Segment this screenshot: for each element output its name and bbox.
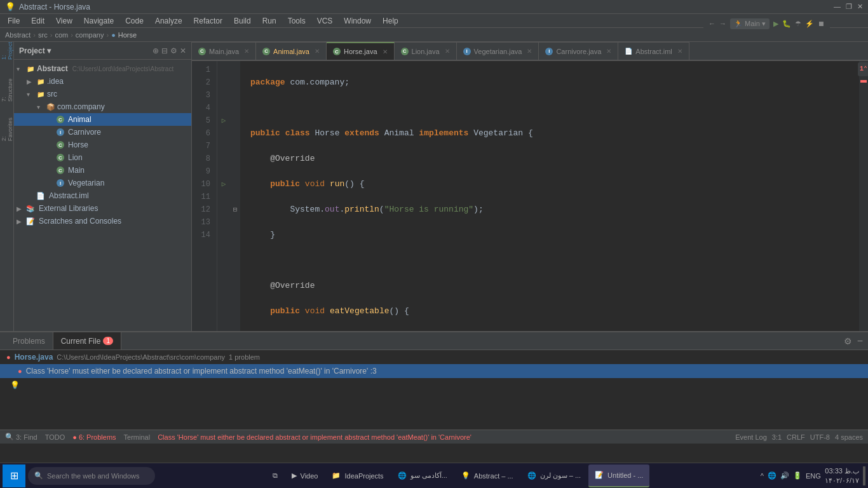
problem-bulb-row[interactable]: 💡 (0, 378, 868, 392)
tab-animal-java[interactable]: C Animal.java ✕ (256, 42, 327, 60)
taskbar-center: ⧉ ▶ Video 📁 IdeaProjects 🌐 آکادمی سو... … (266, 464, 650, 487)
taskbar-task-view[interactable]: ⧉ (266, 464, 284, 487)
breadcrumb-src[interactable]: src (38, 31, 48, 39)
taskbar-akademi[interactable]: 🌐 آکادمی سو... (391, 464, 454, 487)
indent[interactable]: 4 spaces (835, 433, 863, 441)
taskbar: ⊞ 🔍 Search the web and Windows ⧉ ▶ Video… (0, 463, 868, 488)
tab-carnivore-java[interactable]: I Carnivore.java ✕ (539, 42, 618, 60)
cursor-position[interactable]: 3:1 (772, 433, 782, 441)
menu-item-refactor[interactable]: Refactor (189, 15, 227, 27)
start-button[interactable]: ⊞ (3, 464, 25, 487)
tab-close-vegetarian[interactable]: ✕ (527, 48, 532, 55)
menu-item-tools[interactable]: Tools (283, 15, 311, 27)
project-locate-icon[interactable]: ⊕ (153, 46, 159, 55)
menu-item-build[interactable]: Build (229, 15, 256, 27)
tab-close-lion[interactable]: ✕ (445, 48, 450, 55)
lang-indicator[interactable]: ENG (806, 472, 821, 480)
menu-item-file[interactable]: File (3, 15, 25, 27)
menu-item-view[interactable]: View (51, 15, 78, 27)
tree-label-horse: Horse (68, 140, 88, 149)
tab-close-main[interactable]: ✕ (244, 48, 249, 55)
project-settings-icon[interactable]: ⚙ (170, 46, 177, 55)
show-desktop[interactable] (863, 466, 865, 485)
code-content[interactable]: package com.company; public class Horse … (240, 61, 859, 331)
tree-arrow-iml (27, 193, 34, 200)
maximize-button[interactable]: ❐ (846, 3, 852, 11)
tree-item-com-company[interactable]: ▾ 📦 com.company (14, 100, 191, 113)
tab-close-animal[interactable]: ✕ (315, 48, 320, 55)
todo-button[interactable]: TODO (45, 433, 65, 441)
taskbar-video[interactable]: ▶ Video (285, 464, 325, 487)
tree-item-lion[interactable]: C Lion (14, 151, 191, 164)
tree-item-carnivore[interactable]: I Carnivore (14, 126, 191, 139)
taskbar-sevon[interactable]: 🌐 سون لرن – ... (521, 464, 587, 487)
tab-close-iml[interactable]: ✕ (677, 48, 682, 55)
menu-item-code[interactable]: Code (120, 15, 149, 27)
clock-date: ۱۴۰۲/۰۶/۱۷ (825, 476, 859, 485)
tree-item-idea[interactable]: ▶ 📁 .idea (14, 75, 191, 88)
taskbar-untitled[interactable]: 📝 Untitled - ... (588, 464, 649, 487)
tree-item-iml[interactable]: 📄 Abstract.iml (14, 189, 191, 202)
tree-item-scratches[interactable]: ▶ 📝 Scratches and Consoles (14, 215, 191, 227)
tab-horse-java[interactable]: C Horse.java ✕ (327, 42, 395, 60)
line-separator[interactable]: CRLF (787, 433, 805, 441)
battery-icon[interactable]: 🔋 (793, 471, 802, 480)
minimize-button[interactable]: — (834, 3, 841, 11)
menu-item-navigate[interactable]: Navigate (79, 15, 119, 27)
problems-minimize-button[interactable]: − (857, 336, 863, 347)
project-close-icon[interactable]: ✕ (180, 46, 186, 55)
tree-label-scratches: Scratches and Consoles (39, 217, 121, 226)
event-log-button[interactable]: Event Log (735, 433, 767, 441)
code-editor[interactable]: 1 2 3 4 5 6 7 8 9 10 11 12 13 14 (192, 61, 868, 331)
gutter-area: ▷ ▷ (217, 61, 230, 331)
terminal-button[interactable]: Terminal (124, 433, 151, 441)
find-button[interactable]: 🔍 3: Find (5, 433, 37, 441)
folder-icon-src: 📁 (36, 90, 45, 98)
breadcrumb-horse[interactable]: Horse (118, 31, 137, 39)
taskbar-abstract[interactable]: 💡 Abstract – ... (455, 464, 520, 487)
menu-item-window[interactable]: Window (339, 15, 376, 27)
search-bar[interactable]: 🔍 Search the web and Windows (28, 467, 155, 485)
menu-item-run[interactable]: Run (257, 15, 281, 27)
tree-item-horse[interactable]: C Horse (14, 139, 191, 151)
sidebar-icon-structure[interactable]: 7: Structure (1, 84, 13, 97)
tab-lion-java[interactable]: C Lion.java ✕ (395, 42, 457, 60)
project-collapse-icon[interactable]: ⊟ (161, 46, 168, 55)
taskbar-idea-projects[interactable]: 📁 IdeaProjects (325, 464, 390, 487)
encoding[interactable]: UTF-8 (810, 433, 830, 441)
breadcrumb-com[interactable]: com (55, 31, 68, 39)
abstract-icon: 💡 (461, 471, 470, 480)
volume-icon[interactable]: 🔊 (780, 471, 789, 480)
tree-item-main[interactable]: C Main (14, 164, 191, 177)
tree-arrow-carnivore (47, 129, 55, 136)
tree-item-src[interactable]: ▾ 📁 src (14, 88, 191, 100)
problems-settings-button[interactable]: ⚙ (844, 336, 852, 346)
breadcrumb-company[interactable]: company (76, 31, 104, 39)
network-icon[interactable]: 🌐 (768, 471, 776, 480)
tab-close-horse[interactable]: ✕ (383, 48, 388, 55)
tab-vegetarian-java[interactable]: I Vegetarian.java ✕ (457, 42, 539, 60)
problems-button[interactable]: ● 6: Problems (72, 433, 116, 441)
error-stripe-mark (860, 80, 867, 83)
breadcrumb-abstract[interactable]: Abstract (5, 31, 31, 39)
tab-abstract-iml[interactable]: 📄 Abstract.iml ✕ (618, 42, 689, 60)
menu-item-vcs[interactable]: VCS (312, 15, 338, 27)
close-button[interactable]: ✕ (857, 3, 863, 11)
menu-item-edit[interactable]: Edit (26, 15, 50, 27)
menu-item-analyze[interactable]: Analyze (150, 15, 187, 27)
sidebar-icon-favorites[interactable]: 2: Favorites (1, 123, 13, 136)
tab-main-java[interactable]: C Main.java ✕ (192, 42, 256, 60)
menu-item-help[interactable]: Help (377, 15, 403, 27)
sidebar-icon-project[interactable]: 1: Project (1, 44, 13, 57)
tree-item-vegetarian[interactable]: I Vegetarian (14, 177, 191, 189)
tree-item-ext-libs[interactable]: ▶ 📚 External Libraries (14, 202, 191, 215)
find-label: 3: Find (16, 433, 37, 441)
problem-group-horse[interactable]: ● Horse.java C:\Users\Lord\IdeaProjects\… (0, 350, 868, 364)
tab-problems[interactable]: Problems (5, 332, 53, 349)
problem-item-1[interactable]: ● Class 'Horse' must either be declared … (0, 364, 868, 378)
tree-item-abstract[interactable]: ▾ 📁 Abstract C:\Users\Lord\IdeaProjects\… (14, 62, 191, 75)
tray-arrow[interactable]: ^ (761, 472, 764, 480)
tab-close-carnivore[interactable]: ✕ (606, 48, 611, 55)
tree-item-animal[interactable]: C Animal (14, 113, 191, 126)
tab-current-file[interactable]: Current File 1 (53, 332, 121, 349)
